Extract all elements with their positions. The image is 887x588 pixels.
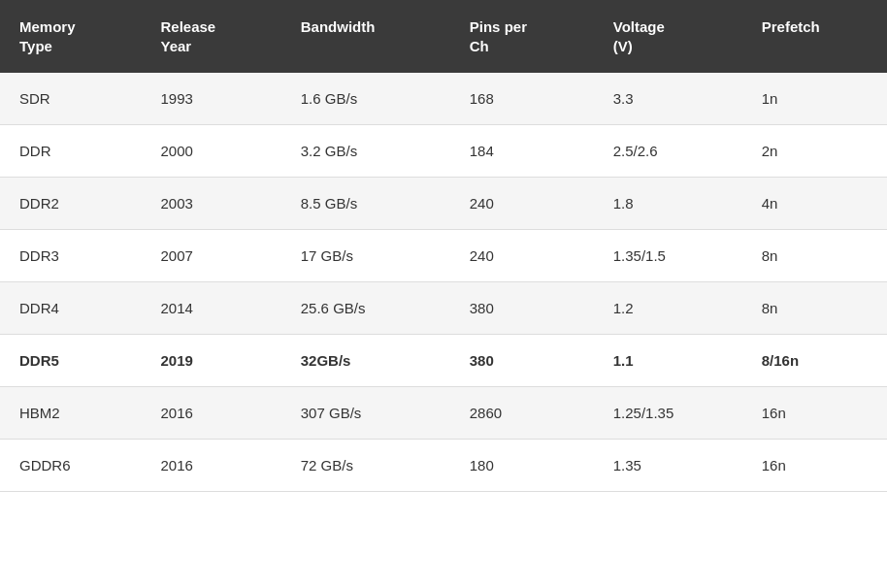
memory-table-wrapper: Memory Type Release Year Bandwidth Pins … [0, 0, 887, 492]
cell-pins-per_ch: 184 [450, 125, 594, 178]
cell-prefetch: 8/16n [742, 335, 887, 387]
cell-bandwidth: 32GB/s [281, 335, 450, 387]
cell-release-year: 2016 [141, 440, 280, 492]
cell-bandwidth: 3.2 GB/s [281, 125, 450, 178]
cell-memory-type: DDR2 [0, 178, 141, 230]
cell-release-year: 2003 [141, 178, 280, 230]
cell-memory-type: HBM2 [0, 387, 141, 440]
cell-prefetch: 16n [742, 440, 887, 492]
cell-memory-type: DDR [0, 125, 141, 178]
cell-memory-type: DDR4 [0, 282, 141, 335]
cell-release-year: 2019 [141, 335, 280, 387]
cell-release-year: 2000 [141, 125, 280, 178]
cell-voltage: 1.35 [594, 440, 742, 492]
cell-voltage: 3.3 [594, 73, 742, 125]
table-row: GDDR6201672 GB/s1801.3516n [0, 440, 887, 492]
cell-memory-type: GDDR6 [0, 440, 141, 492]
table-row: SDR19931.6 GB/s1683.31n [0, 73, 887, 125]
memory-comparison-table: Memory Type Release Year Bandwidth Pins … [0, 0, 887, 492]
cell-voltage: 2.5/2.6 [594, 125, 742, 178]
cell-memory-type: SDR [0, 73, 141, 125]
cell-pins-per_ch: 240 [450, 230, 594, 282]
cell-bandwidth: 1.6 GB/s [281, 73, 450, 125]
cell-pins-per_ch: 380 [450, 335, 594, 387]
table-row: DDR4201425.6 GB/s3801.28n [0, 282, 887, 335]
col-header-pins-per-ch: Pins per Ch [450, 0, 594, 73]
table-row: DDR3200717 GB/s2401.35/1.58n [0, 230, 887, 282]
table-row: HBM22016307 GB/s28601.25/1.3516n [0, 387, 887, 440]
col-header-bandwidth: Bandwidth [281, 0, 450, 73]
cell-release-year: 1993 [141, 73, 280, 125]
cell-release-year: 2014 [141, 282, 280, 335]
cell-pins-per_ch: 180 [450, 440, 594, 492]
cell-bandwidth: 25.6 GB/s [281, 282, 450, 335]
cell-voltage: 1.2 [594, 282, 742, 335]
col-header-voltage: Voltage (V) [594, 0, 742, 73]
cell-bandwidth: 72 GB/s [281, 440, 450, 492]
col-header-release-year: Release Year [141, 0, 280, 73]
cell-prefetch: 4n [742, 178, 887, 230]
table-body: SDR19931.6 GB/s1683.31nDDR20003.2 GB/s18… [0, 73, 887, 492]
cell-pins-per_ch: 2860 [450, 387, 594, 440]
cell-release-year: 2007 [141, 230, 280, 282]
cell-release-year: 2016 [141, 387, 280, 440]
table-header-row: Memory Type Release Year Bandwidth Pins … [0, 0, 887, 73]
cell-prefetch: 8n [742, 230, 887, 282]
table-row: DDR20003.2 GB/s1842.5/2.62n [0, 125, 887, 178]
cell-bandwidth: 307 GB/s [281, 387, 450, 440]
cell-voltage: 1.35/1.5 [594, 230, 742, 282]
cell-prefetch: 8n [742, 282, 887, 335]
cell-pins-per_ch: 168 [450, 73, 594, 125]
col-header-memory-type: Memory Type [0, 0, 141, 73]
cell-memory-type: DDR3 [0, 230, 141, 282]
col-header-prefetch: Prefetch [742, 0, 887, 73]
cell-pins-per_ch: 380 [450, 282, 594, 335]
cell-voltage: 1.25/1.35 [594, 387, 742, 440]
table-row: DDR220038.5 GB/s2401.84n [0, 178, 887, 230]
cell-voltage: 1.1 [594, 335, 742, 387]
cell-pins-per_ch: 240 [450, 178, 594, 230]
cell-prefetch: 2n [742, 125, 887, 178]
cell-bandwidth: 8.5 GB/s [281, 178, 450, 230]
cell-prefetch: 1n [742, 73, 887, 125]
cell-voltage: 1.8 [594, 178, 742, 230]
table-row: DDR5201932GB/s3801.18/16n [0, 335, 887, 387]
cell-prefetch: 16n [742, 387, 887, 440]
cell-memory-type: DDR5 [0, 335, 141, 387]
cell-bandwidth: 17 GB/s [281, 230, 450, 282]
